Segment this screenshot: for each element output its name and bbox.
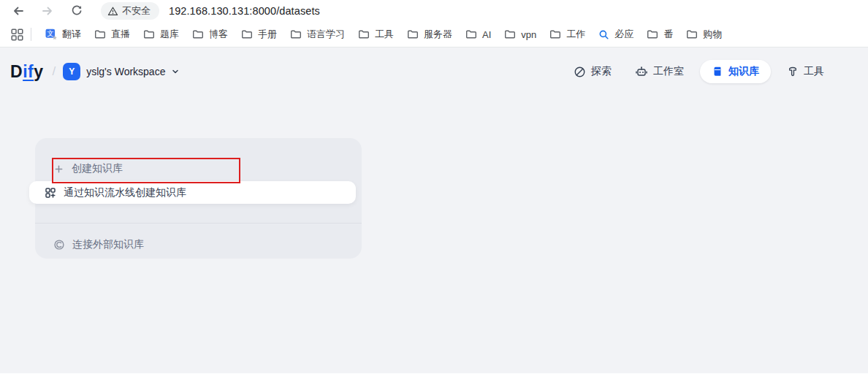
create-by-pipeline-label: 通过知识流水线创建知识库 xyxy=(64,186,186,199)
bookmark-label: 博客 xyxy=(209,28,228,41)
connect-external-label: 连接外部知识库 xyxy=(72,238,144,251)
security-label: 不安全 xyxy=(122,4,151,18)
folder-icon xyxy=(407,28,419,40)
bookmark-label: 必应 xyxy=(614,28,633,41)
nav-item-explore[interactable]: 探索 xyxy=(566,60,619,83)
tools-icon xyxy=(787,66,799,77)
card-divider xyxy=(35,223,362,224)
svg-text:文: 文 xyxy=(47,29,54,37)
create-knowledge-card: 创建知识库 通过知识流水线创建知识库 连接外部知识库 xyxy=(35,138,362,259)
folder-icon xyxy=(241,28,253,40)
pipeline-blocks-icon xyxy=(45,187,56,199)
bookmark-label: vpn xyxy=(521,29,536,40)
bookmarks-list: 文翻译直播题库博客手册语言学习工具服务器AIvpn工作必应番购物 xyxy=(39,25,728,44)
create-knowledge-label: 创建知识库 xyxy=(72,162,123,175)
bookmark-label: AI xyxy=(482,29,491,40)
knowledge-icon xyxy=(712,66,723,77)
bookmark-label: 直播 xyxy=(111,28,130,41)
back-button[interactable] xyxy=(10,3,26,19)
bookmark-item[interactable]: 工作 xyxy=(543,25,592,44)
bookmark-item[interactable]: 语言学习 xyxy=(283,25,351,44)
bookmark-item[interactable]: 必应 xyxy=(592,25,640,44)
app-header: Dify / Y yslg's Workspace 探索工作室知识库工具 xyxy=(0,58,868,85)
nav-label: 工具 xyxy=(804,65,824,78)
folder-icon xyxy=(358,28,370,40)
bookmark-item[interactable]: 文翻译 xyxy=(39,25,88,44)
bookmarks-bar: 文翻译直播题库博客手册语言学习工具服务器AIvpn工作必应番购物 xyxy=(0,22,868,47)
external-knowledge-icon xyxy=(53,239,65,251)
bookmark-item[interactable]: 工具 xyxy=(351,25,400,44)
folder-icon xyxy=(143,28,155,40)
nav-label: 探索 xyxy=(591,65,612,78)
bookmark-label: 手册 xyxy=(258,28,277,41)
bookmark-label: 服务器 xyxy=(424,28,452,41)
bookmark-item[interactable]: 番 xyxy=(640,25,679,44)
workspace-avatar: Y xyxy=(63,63,80,80)
bookmark-item[interactable]: AI xyxy=(459,26,498,43)
nav-item-tools[interactable]: 工具 xyxy=(780,60,831,83)
nav-label: 知识库 xyxy=(728,65,759,78)
breadcrumb-slash: / xyxy=(52,64,56,79)
warning-icon xyxy=(107,6,118,17)
bookmark-label: 购物 xyxy=(703,28,722,41)
translate-icon: 文 xyxy=(45,28,57,40)
folder-icon xyxy=(290,28,302,40)
forward-button[interactable] xyxy=(39,3,56,19)
bookmark-item[interactable]: vpn xyxy=(498,26,543,43)
chevron-down-icon xyxy=(171,67,180,76)
header-nav: 探索工作室知识库工具 xyxy=(566,60,831,83)
folder-icon xyxy=(192,28,204,40)
bookmarks-separator xyxy=(31,28,31,41)
bookmark-label: 番 xyxy=(663,28,673,41)
bookmark-item[interactable]: 直播 xyxy=(88,25,137,44)
header-left: Dify / Y yslg's Workspace xyxy=(10,62,180,82)
bookmark-item[interactable]: 题库 xyxy=(137,25,186,44)
plus-icon xyxy=(53,164,64,175)
create-knowledge-option[interactable]: 创建知识库 xyxy=(53,154,123,183)
folder-icon xyxy=(549,28,561,40)
bookmark-item[interactable]: 博客 xyxy=(186,25,235,44)
site-security-badge[interactable]: 不安全 xyxy=(101,2,159,20)
studio-icon xyxy=(635,65,648,78)
bookmark-item[interactable]: 服务器 xyxy=(400,25,459,44)
apps-grid-icon[interactable] xyxy=(9,26,25,42)
folder-icon xyxy=(465,28,477,40)
folder-icon xyxy=(647,28,658,40)
nav-item-knowledge[interactable]: 知识库 xyxy=(700,60,771,83)
bookmark-item[interactable]: 购物 xyxy=(679,25,728,44)
workspace-selector[interactable]: Y yslg's Workspace xyxy=(63,63,180,80)
dify-page: Dify / Y yslg's Workspace 探索工作室知识库工具 创建知… xyxy=(0,47,868,373)
bookmark-label: 工具 xyxy=(375,28,394,41)
nav-label: 工作室 xyxy=(653,65,684,78)
explore-icon xyxy=(574,66,586,78)
bookmark-label: 翻译 xyxy=(62,28,81,41)
bookmark-label: 工作 xyxy=(566,28,585,41)
dify-logo[interactable]: Dify xyxy=(10,62,43,82)
bookmark-label: 题库 xyxy=(160,28,179,41)
search-icon xyxy=(598,29,609,40)
reload-button[interactable] xyxy=(69,3,85,19)
bookmark-label: 语言学习 xyxy=(307,28,345,41)
address-bar-url[interactable]: 192.168.130.131:8000/datasets xyxy=(169,5,320,17)
create-by-pipeline-option[interactable]: 通过知识流水线创建知识库 xyxy=(29,181,356,204)
nav-item-studio[interactable]: 工作室 xyxy=(628,60,691,83)
folder-icon xyxy=(504,28,516,40)
connect-external-option[interactable]: 连接外部知识库 xyxy=(53,231,144,259)
browser-toolbar: 不安全 192.168.130.131:8000/datasets xyxy=(0,0,868,22)
folder-icon xyxy=(686,28,698,40)
bookmark-item[interactable]: 手册 xyxy=(235,25,283,44)
folder-icon xyxy=(94,28,106,40)
workspace-name: yslg's Workspace xyxy=(86,66,165,77)
